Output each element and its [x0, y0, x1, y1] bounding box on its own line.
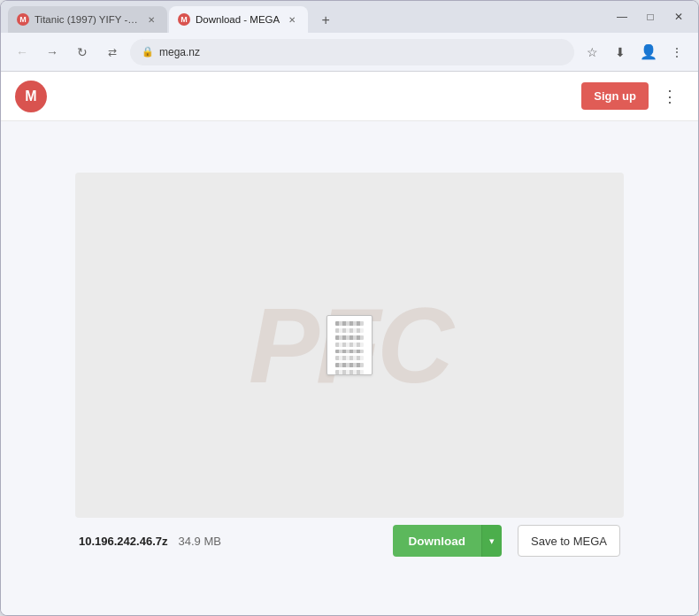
- address-actions: ☆ ⬇ 👤 ⋮: [580, 40, 689, 65]
- tab2-close[interactable]: ✕: [285, 12, 299, 27]
- forward-button[interactable]: →: [40, 40, 65, 65]
- save-to-mega-button[interactable]: Save to MEGA: [518, 525, 620, 557]
- tab-group: M Titanic (1997) YIFY - Download... ✕ M …: [8, 1, 606, 33]
- bookmark-button[interactable]: ☆: [580, 40, 604, 65]
- address-bar: ← → ↻ ⇄ 🔒 mega.nz ☆ ⬇ 👤 ⋮: [1, 33, 698, 72]
- mega-header: M Sign up ⋮: [1, 72, 698, 121]
- archive-icon-wrapper: [326, 315, 373, 375]
- download-indicator-button[interactable]: ⬇: [608, 40, 633, 65]
- download-button[interactable]: Download: [393, 525, 482, 557]
- tab1-favicon: M: [17, 13, 29, 26]
- file-area: PFC 10.1: [1, 121, 698, 615]
- refresh-button[interactable]: ↻: [70, 40, 95, 65]
- tab-1[interactable]: M Titanic (1997) YIFY - Download... ✕: [8, 6, 167, 33]
- tab1-title: Titanic (1997) YIFY - Download...: [35, 14, 139, 25]
- file-size: 34.9 MB: [178, 535, 220, 548]
- minimize-button[interactable]: —: [610, 4, 634, 29]
- file-name: 10.196.242.46.7z: [79, 535, 167, 548]
- download-btn-group: Download ▾: [393, 525, 503, 557]
- tab2-favicon: M: [178, 13, 190, 26]
- sign-up-button[interactable]: Sign up: [581, 82, 649, 110]
- mega-logo: M: [15, 81, 47, 112]
- url-text: mega.nz: [159, 46, 200, 58]
- archive-stripe-2: [335, 328, 364, 333]
- maximize-button[interactable]: □: [638, 4, 663, 29]
- new-tab-button[interactable]: +: [313, 8, 338, 33]
- download-dropdown-button[interactable]: ▾: [481, 525, 502, 557]
- lock-icon: 🔒: [142, 46, 154, 58]
- title-bar: M Titanic (1997) YIFY - Download... ✕ M …: [1, 1, 698, 33]
- back-button[interactable]: ←: [10, 40, 35, 65]
- close-button[interactable]: ✕: [666, 4, 691, 29]
- archive-stripe-5: [335, 350, 364, 354]
- tab-2[interactable]: M Download - MEGA ✕: [169, 6, 308, 33]
- page-content: M Sign up ⋮ PFC: [1, 72, 698, 615]
- url-bar[interactable]: 🔒 mega.nz: [130, 39, 574, 65]
- tab1-close[interactable]: ✕: [144, 12, 158, 27]
- archive-icon: [326, 315, 373, 375]
- browser-window: M Titanic (1997) YIFY - Download... ✕ M …: [0, 0, 699, 616]
- archive-stripe-4: [335, 343, 364, 347]
- archive-stripe-6: [335, 356, 364, 360]
- archive-stripe-3: [335, 335, 364, 340]
- archive-stripe-8: [335, 370, 364, 374]
- file-info-bar: 10.196.242.46.7z 34.9 MB Download ▾ Save…: [75, 518, 624, 564]
- file-preview-box: PFC: [75, 173, 624, 518]
- tab2-title: Download - MEGA: [196, 14, 280, 25]
- archive-stripe-7: [335, 363, 364, 367]
- mega-menu-button[interactable]: ⋮: [656, 82, 684, 111]
- archive-stripe-1: [335, 321, 364, 326]
- profile-button[interactable]: 👤: [636, 40, 661, 65]
- window-controls: — □ ✕: [610, 4, 691, 29]
- cast-button[interactable]: ⇄: [100, 40, 125, 65]
- menu-button[interactable]: ⋮: [664, 40, 689, 65]
